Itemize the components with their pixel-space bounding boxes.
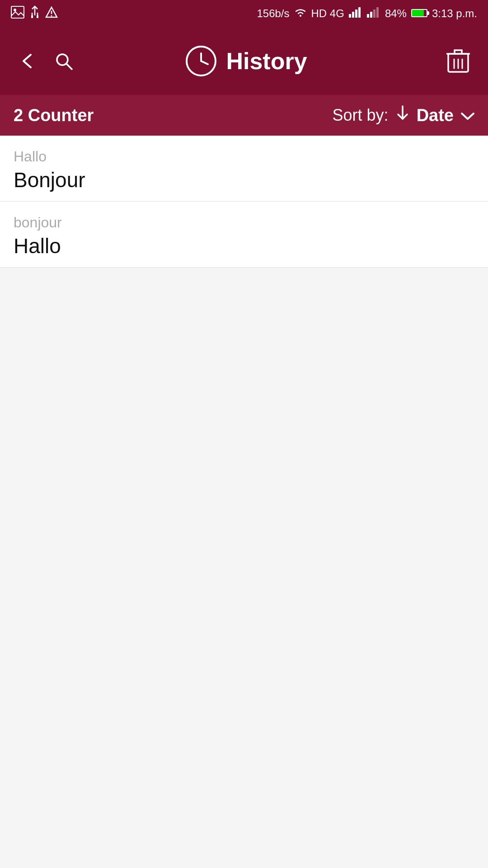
status-left-icons bbox=[11, 5, 58, 22]
history-item[interactable]: Hallo Bonjour bbox=[0, 136, 488, 202]
svg-point-1 bbox=[14, 9, 16, 11]
history-item[interactable]: bonjour Hallo bbox=[0, 202, 488, 268]
counter-label: 2 Counter bbox=[14, 106, 94, 125]
status-right-info: 156b/s HD 4G bbox=[257, 7, 477, 20]
svg-rect-11 bbox=[349, 14, 351, 18]
image-icon bbox=[11, 6, 24, 22]
clock-icon bbox=[185, 45, 217, 77]
toolbar-title: History bbox=[226, 47, 307, 75]
toolbar-title-group: History bbox=[60, 45, 433, 77]
history-list: Hallo Bonjour bonjour Hallo bbox=[0, 136, 488, 268]
counter-bar: 2 Counter Sort by: Date bbox=[0, 95, 488, 136]
svg-rect-14 bbox=[358, 7, 361, 18]
back-button[interactable] bbox=[14, 47, 41, 75]
network-type: HD 4G bbox=[311, 7, 344, 20]
item-source: bonjour bbox=[14, 214, 474, 231]
battery-percent: 84% bbox=[385, 7, 407, 20]
item-result: Hallo bbox=[14, 234, 474, 258]
battery-icon bbox=[411, 7, 427, 20]
signal2-icon bbox=[367, 7, 380, 20]
status-bar: 156b/s HD 4G bbox=[0, 0, 488, 27]
svg-rect-16 bbox=[370, 12, 372, 18]
svg-rect-13 bbox=[355, 9, 357, 18]
signal-icon bbox=[349, 7, 362, 20]
svg-rect-18 bbox=[376, 7, 379, 18]
time-display: 3:13 p.m. bbox=[432, 7, 477, 20]
item-result: Bonjour bbox=[14, 168, 474, 192]
svg-rect-17 bbox=[373, 9, 375, 18]
sort-by-label: Sort by: bbox=[333, 106, 389, 125]
svg-point-9 bbox=[51, 15, 52, 16]
svg-rect-0 bbox=[11, 6, 24, 18]
svg-rect-15 bbox=[367, 14, 369, 18]
sort-field-label: Date bbox=[417, 106, 454, 125]
warning-icon bbox=[45, 6, 58, 21]
usb-icon bbox=[30, 5, 40, 22]
item-source: Hallo bbox=[14, 148, 474, 165]
wifi-icon bbox=[294, 7, 307, 20]
svg-line-23 bbox=[201, 61, 208, 64]
svg-rect-5 bbox=[31, 15, 33, 18]
sort-group[interactable]: Sort by: Date bbox=[333, 105, 474, 126]
sort-dropdown-icon[interactable] bbox=[461, 106, 474, 125]
svg-rect-6 bbox=[37, 15, 38, 18]
toolbar: History bbox=[0, 27, 488, 95]
sort-direction-icon bbox=[396, 105, 409, 126]
svg-rect-12 bbox=[352, 12, 354, 18]
svg-point-10 bbox=[300, 15, 301, 17]
delete-button[interactable] bbox=[442, 44, 474, 78]
network-speed: 156b/s bbox=[257, 7, 289, 20]
